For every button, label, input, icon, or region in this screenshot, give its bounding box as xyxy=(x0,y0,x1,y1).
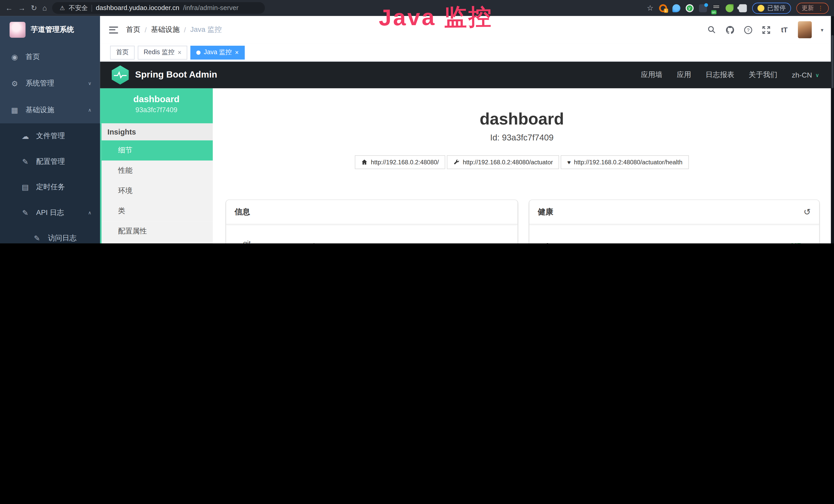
close-icon[interactable]: × xyxy=(178,48,182,56)
extensions-puzzle-icon[interactable] xyxy=(739,4,747,12)
active-dot xyxy=(196,50,201,55)
update-button[interactable]: 更新 ⋮ xyxy=(796,2,829,13)
tab-java-monitor[interactable]: Java 监控 × xyxy=(190,45,244,59)
paused-pill-button[interactable]: 已暂停 xyxy=(752,2,791,13)
menu-item-classes[interactable]: 类 xyxy=(102,201,213,221)
sidebar-item-jobs[interactable]: ▤ 定时任务 xyxy=(0,174,100,200)
sba-nav-applications[interactable]: 应用 xyxy=(677,70,691,79)
window-scrollbar[interactable] xyxy=(831,16,834,244)
sidebar-item-label: 系统管理 xyxy=(25,79,54,88)
tab-redis-monitor[interactable]: Redis 监控 × xyxy=(138,45,187,59)
menu-item-config-props[interactable]: 配置属性 xyxy=(102,221,213,242)
main-content: dashboard Id: 93a3fc7f7409 http://192.16… xyxy=(213,88,831,244)
tab-label: Redis 监控 xyxy=(144,48,174,57)
on-badge: on xyxy=(711,10,717,14)
scrollbar-thumb[interactable] xyxy=(831,35,833,88)
extension-y-icon[interactable]: y xyxy=(685,4,693,12)
sidebar-item-files[interactable]: ☁ 文件管理 xyxy=(0,123,100,148)
health-card-title: 健康 xyxy=(538,207,553,217)
screen: ← → ↻ ⌂ ⚠ 不安全 dashboard.yudao.iocoder.cn… xyxy=(0,0,834,244)
monitor-icon: ▦ xyxy=(10,106,19,114)
service-url-link[interactable]: http://192.168.0.2:48080/ xyxy=(355,155,445,169)
address-bar[interactable]: ⚠ 不安全 dashboard.yudao.iocoder.cn/infra/a… xyxy=(52,2,265,14)
sidebar-submenu: ☁ 文件管理 ✎ 配置管理 ▤ 定时任务 ✎ API 日志 ∧ ✎ 访问日志 ✎ xyxy=(0,123,100,244)
app-logo-row[interactable]: 芋道管理系统 xyxy=(0,16,100,44)
health-card-head: 健康 ↺ xyxy=(529,200,819,224)
search-icon[interactable] xyxy=(707,25,716,34)
sba-brand-title[interactable]: Spring Boot Admin xyxy=(135,70,217,80)
cloud-upload-icon: ☁ xyxy=(21,132,29,140)
close-icon[interactable]: × xyxy=(235,48,239,56)
reload-icon[interactable]: ↻ xyxy=(31,0,37,16)
menu-item-details[interactable]: 细节 xyxy=(102,140,213,161)
sidebar-item-config[interactable]: ✎ 配置管理 xyxy=(0,149,100,174)
tab-home[interactable]: 首页 xyxy=(110,45,135,59)
github-icon[interactable] xyxy=(726,25,734,34)
instance-header[interactable]: dashboard 93a3fc7f7409 xyxy=(100,88,213,123)
tag-tab-bar: 首页 Redis 监控 × Java 监控 × xyxy=(100,44,831,62)
menu-item-scheduled-tasks[interactable]: 计划任务 xyxy=(102,241,213,244)
menu-item-environment[interactable]: 环境 xyxy=(102,181,213,201)
home-icon xyxy=(361,159,368,165)
font-size-icon[interactable]: tT xyxy=(780,25,789,34)
sidebar-item-home[interactable]: ◉ 首页 xyxy=(0,44,100,70)
breadcrumb-infra[interactable]: 基础设施 xyxy=(151,25,180,35)
sba-language-select[interactable]: zh-CN ∨ xyxy=(792,71,819,79)
sidebar-item-infra[interactable]: ▦ 基础设施 ∧ xyxy=(0,97,100,123)
browser-menu-icon[interactable]: ⋮ xyxy=(817,5,824,12)
extension-pin-icon[interactable] xyxy=(672,4,680,12)
url-host: dashboard.yudao.iocoder.cn xyxy=(96,4,179,12)
health-card-body: Instance UP xyxy=(529,224,819,244)
sba-header: Spring Boot Admin 应用墙 应用 日志报表 关于我们 zh-CN… xyxy=(100,62,831,88)
app-logo xyxy=(9,22,25,38)
hamburger-icon[interactable] xyxy=(109,26,118,33)
emoji-face-icon xyxy=(757,5,764,12)
security-label: 不安全 xyxy=(69,3,88,12)
avatar-caret-icon[interactable]: ▾ xyxy=(821,27,823,33)
chevron-down-icon: ∨ xyxy=(815,72,819,78)
history-icon[interactable]: ↺ xyxy=(804,207,811,217)
sba-nav-wall[interactable]: 应用墙 xyxy=(641,70,662,79)
chevron-up-icon: ∧ xyxy=(88,107,92,113)
annotation-text: Java 监控 xyxy=(379,2,493,33)
heartbeat-icon: ♥ xyxy=(567,159,571,165)
info-value: commit: time: 1596289704000 id: 27aa832 … xyxy=(293,239,368,244)
chevron-down-icon: ∨ xyxy=(88,81,92,86)
insights-group: Insights 细节 性能 环境 类 配置属性 计划任务 xyxy=(100,123,213,244)
sidebar-item-access-log[interactable]: ✎ 访问日志 xyxy=(0,225,100,244)
health-url-link[interactable]: ♥ http://192.168.0.2:48080/actuator/heal… xyxy=(561,155,689,169)
svg-text:?: ? xyxy=(747,27,749,32)
extension-leaf-icon[interactable] xyxy=(725,4,733,12)
instance-name: dashboard xyxy=(100,94,213,105)
sba-nav: 应用墙 应用 日志报表 关于我们 zh-CN ∨ xyxy=(641,70,819,79)
health-url: http://192.168.0.2:48080/actuator/health xyxy=(574,159,682,165)
back-icon[interactable]: ← xyxy=(5,0,13,16)
menu-item-metrics[interactable]: 性能 xyxy=(102,160,213,181)
tab-label: 首页 xyxy=(116,48,129,57)
forward-icon[interactable]: → xyxy=(18,0,25,16)
service-url: http://192.168.0.2:48080/ xyxy=(371,159,439,165)
breadcrumb-separator: / xyxy=(184,26,186,33)
fullscreen-icon[interactable] xyxy=(762,25,771,34)
browser-home-icon[interactable]: ⌂ xyxy=(42,0,47,16)
help-icon[interactable]: ? xyxy=(744,25,752,34)
breadcrumb-home[interactable]: 首页 xyxy=(126,25,140,35)
avatar[interactable] xyxy=(798,21,812,38)
log-edit-icon: ✎ xyxy=(21,208,29,217)
sba-nav-journal[interactable]: 日志报表 xyxy=(706,70,734,79)
actuator-url-link[interactable]: http://192.168.0.2:48080/actuator xyxy=(447,155,559,169)
extension-orange-icon[interactable]: 1 xyxy=(659,4,667,12)
table-row: git commit: time: 1596289704000 id: 27aa… xyxy=(236,232,508,244)
security-warning-icon[interactable]: ⚠ xyxy=(60,5,65,12)
app-sidebar: 芋道管理系统 ◉ 首页 ⚙ 系统管理 ∨ ▦ 基础设施 ∧ ☁ 文件管理 ✎ 配… xyxy=(0,16,100,244)
sidebar-item-api-log[interactable]: ✎ API 日志 ∧ xyxy=(0,200,100,225)
spring-boot-admin-logo xyxy=(112,66,129,85)
breadcrumb-current: Java 监控 xyxy=(190,25,222,35)
extension-switch-icon[interactable]: on xyxy=(712,4,720,12)
sidebar-item-system[interactable]: ⚙ 系统管理 ∨ xyxy=(0,70,100,97)
extension-grid-icon[interactable] xyxy=(699,4,707,12)
tab-label: Java 监控 xyxy=(204,48,232,57)
sba-nav-about[interactable]: 关于我们 xyxy=(749,70,777,79)
bookmark-star-icon[interactable]: ☆ xyxy=(647,4,654,12)
url-path: /infra/admin-server xyxy=(183,4,239,12)
